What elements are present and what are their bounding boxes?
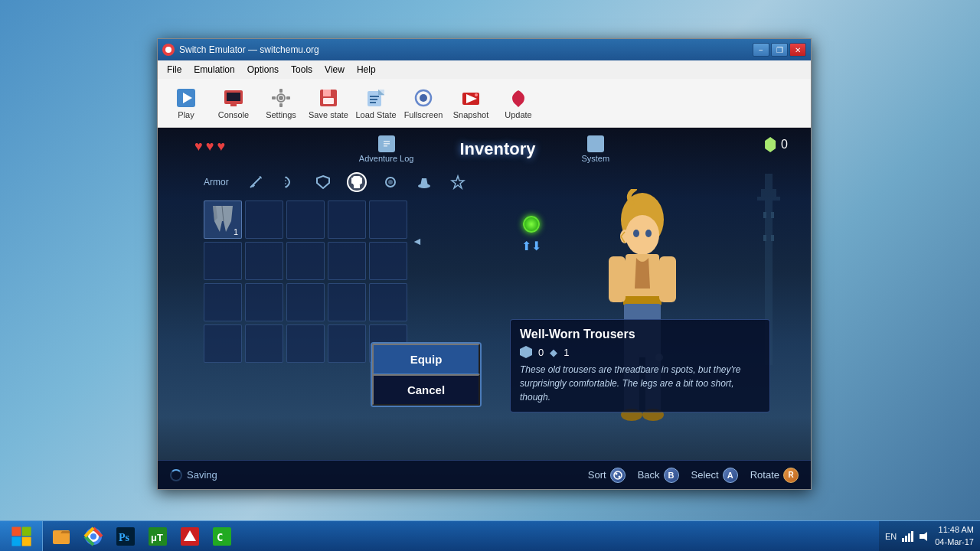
menu-view[interactable]: View — [318, 63, 351, 77]
taskbar-app-chrome[interactable] — [78, 523, 109, 550]
svg-rect-34 — [384, 141, 390, 142]
taskbar-app-green[interactable]: C — [207, 523, 237, 550]
grid-cell-1-4[interactable] — [369, 242, 407, 280]
menu-file[interactable]: File — [161, 63, 188, 77]
volume-icon — [918, 530, 930, 543]
close-button[interactable]: ✕ — [789, 43, 806, 57]
bow-category[interactable] — [279, 172, 299, 192]
taskbar-app-files[interactable] — [46, 523, 77, 550]
hat-category[interactable] — [414, 172, 434, 192]
material-category[interactable] — [381, 172, 400, 192]
grid-cell-0-2[interactable] — [286, 201, 325, 239]
taskbar-app-red[interactable] — [175, 523, 205, 550]
window-titlebar: Switch Emulator — switchemu.org − ❐ ✕ — [158, 39, 811, 60]
svg-rect-19 — [370, 99, 377, 100]
grid-cell-1-1[interactable] — [245, 242, 283, 280]
svg-rect-71 — [11, 527, 21, 536]
inventory-grid: 1 — [204, 201, 407, 363]
window-icon — [162, 44, 175, 56]
snapshot-icon — [460, 87, 482, 109]
settings-button[interactable]: Settings — [259, 82, 303, 125]
start-button[interactable] — [0, 521, 43, 552]
network-icon — [901, 530, 913, 543]
grid-cell-1-0[interactable] — [204, 242, 242, 280]
svg-point-66 — [633, 230, 639, 237]
svg-rect-29 — [763, 212, 766, 218]
cancel-button[interactable]: Cancel — [372, 374, 480, 406]
grid-cell-3-1[interactable] — [245, 324, 283, 363]
sort-control: Sort — [588, 468, 626, 483]
sort-btn-icon — [610, 468, 626, 483]
saving-label: Saving — [187, 469, 217, 481]
play-button[interactable]: Play — [164, 82, 208, 125]
adventure-log-tab[interactable]: Adventure Log — [359, 135, 414, 163]
special-category[interactable] — [448, 172, 468, 192]
weapon-category[interactable] — [246, 172, 266, 192]
grid-cell-0-3[interactable] — [328, 201, 366, 239]
grid-cell-3-3[interactable] — [328, 324, 366, 363]
minimize-button[interactable]: − — [753, 43, 769, 57]
menu-help[interactable]: Help — [351, 63, 382, 77]
equip-button[interactable]: Equip — [372, 344, 480, 374]
svg-rect-20 — [370, 102, 376, 103]
clock-date: 04-Mar-17 — [935, 536, 974, 548]
svg-rect-27 — [761, 189, 776, 197]
svg-point-78 — [90, 533, 96, 540]
svg-rect-30 — [771, 212, 774, 218]
toolbar: Play Console — [158, 79, 811, 128]
item-description: These old trousers are threadbare in spo… — [520, 363, 760, 404]
update-label: Update — [505, 110, 531, 119]
taskbar-tray: EN 11:48 AM 04-Mar-17 — [879, 521, 980, 552]
menu-tools[interactable]: Tools — [285, 63, 318, 77]
item-name: Well-Worn Trousers — [520, 328, 760, 341]
menu-options[interactable]: Options — [241, 63, 285, 77]
rotate-btn-icon: R — [783, 468, 799, 483]
update-button[interactable]: Update — [496, 82, 541, 125]
back-control: Back B — [638, 468, 679, 483]
taskbar-app-torrent[interactable]: μT — [142, 523, 173, 550]
grid-cell-1-3[interactable] — [328, 242, 366, 280]
svg-rect-36 — [384, 145, 387, 147]
console-button[interactable]: Console — [211, 82, 256, 125]
grid-cell-3-0[interactable] — [204, 324, 242, 363]
category-label: Armor — [204, 177, 229, 187]
restore-button[interactable]: ❐ — [771, 43, 788, 57]
defense-icon — [520, 346, 532, 358]
grid-cell-1-2[interactable] — [286, 242, 325, 280]
taskbar-app-ps[interactable]: Ps — [110, 523, 141, 550]
svg-point-70 — [618, 475, 620, 478]
svg-point-49 — [388, 180, 393, 184]
armor-category[interactable] — [347, 172, 367, 192]
grid-cell-0-1[interactable] — [245, 201, 283, 239]
grid-cell-2-1[interactable] — [245, 283, 283, 321]
load-state-button[interactable]: Load State — [354, 82, 398, 125]
grid-cell-0-4[interactable] — [369, 201, 407, 239]
grid-cell-3-2[interactable] — [286, 324, 325, 363]
svg-rect-72 — [21, 527, 31, 536]
grid-cell-2-3[interactable] — [328, 283, 366, 321]
grid-cell-2-2[interactable] — [286, 283, 325, 321]
svg-rect-90 — [911, 531, 913, 542]
svg-rect-37 — [591, 139, 600, 147]
inventory-header: Adventure Log Inventory System — [158, 135, 811, 163]
grid-cell-2-0[interactable] — [204, 283, 242, 321]
svg-rect-9 — [279, 103, 283, 107]
grid-cell-0-0[interactable]: 1 — [204, 201, 242, 239]
save-state-button[interactable]: Save state — [306, 82, 351, 125]
defense-value: 0 — [538, 347, 544, 358]
grid-cell-2-4[interactable] — [369, 283, 407, 321]
menu-emulation[interactable]: Emulation — [188, 63, 240, 77]
fullscreen-button[interactable]: Fullscreen — [401, 82, 446, 125]
svg-rect-14 — [323, 98, 334, 104]
select-btn-icon: A — [723, 468, 738, 483]
shield-category[interactable] — [313, 172, 333, 192]
system-tab[interactable]: System — [581, 135, 609, 163]
snapshot-button[interactable]: Snapshot — [449, 82, 493, 125]
svg-rect-63 — [609, 256, 626, 302]
svg-rect-89 — [908, 533, 910, 542]
svg-point-7 — [279, 96, 283, 100]
svg-rect-18 — [370, 96, 379, 97]
inventory-title: Inventory — [459, 139, 535, 159]
back-label: Back — [638, 469, 660, 481]
sort-label: Sort — [588, 469, 606, 481]
